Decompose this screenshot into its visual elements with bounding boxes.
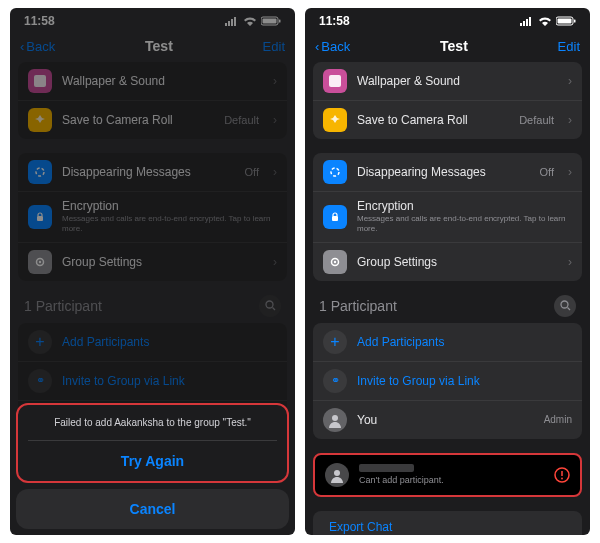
phone-left: 11:58 ‹Back Test Edit Wallpaper & Sound …: [10, 8, 295, 535]
redacted-name: [359, 464, 414, 472]
save-camera-row[interactable]: Save to Camera Roll Default ›: [313, 101, 582, 139]
nav-title: Test: [440, 38, 468, 54]
svg-point-19: [334, 261, 336, 263]
link-icon: ⚭: [323, 369, 347, 393]
alert-message: Failed to add Aakanksha to the group "Te…: [28, 417, 277, 441]
phone-right: 11:58 ‹Back Test Edit Wallpaper & Sound …: [305, 8, 590, 535]
group-settings-row[interactable]: Group Settings ›: [313, 243, 582, 281]
link-icon: ⚭: [28, 369, 52, 393]
wifi-icon: [538, 16, 552, 26]
wifi-icon: [243, 16, 257, 26]
encryption-row[interactable]: Encryption Messages and calls are end-to…: [18, 192, 287, 243]
svg-rect-17: [332, 216, 338, 221]
edit-button[interactable]: Edit: [558, 39, 580, 54]
svg-rect-1: [263, 19, 277, 24]
svg-point-23: [334, 470, 340, 476]
chevron-right-icon: ›: [568, 255, 572, 269]
svg-point-8: [266, 301, 273, 308]
add-participants-row[interactable]: + Add Participants: [313, 323, 582, 362]
chevron-right-icon: ›: [273, 255, 277, 269]
chevron-left-icon: ‹: [315, 39, 319, 54]
try-again-button[interactable]: Try Again: [28, 441, 277, 481]
battery-icon: [556, 16, 576, 26]
participants-header: 1 Participant: [305, 295, 590, 323]
settings-section-2: Disappearing Messages Off › Encryption M…: [313, 153, 582, 281]
signal-icon: [520, 16, 534, 26]
svg-point-22: [332, 415, 338, 421]
status-bar: 11:58: [10, 8, 295, 32]
chevron-right-icon: ›: [273, 74, 277, 88]
wallpaper-row[interactable]: Wallpaper & Sound ›: [18, 62, 287, 101]
wallpaper-icon: [28, 69, 52, 93]
timer-icon: [28, 160, 52, 184]
disappearing-row[interactable]: Disappearing Messages Off ›: [18, 153, 287, 192]
status-icons: [225, 16, 281, 26]
svg-point-16: [331, 168, 339, 176]
invite-link-row[interactable]: ⚭ Invite to Group via Link: [18, 362, 287, 401]
svg-line-21: [567, 308, 570, 311]
chat-actions-section: Export Chat Clear Chat: [313, 511, 582, 535]
search-button[interactable]: [554, 295, 576, 317]
svg-rect-15: [329, 75, 341, 87]
export-chat-row[interactable]: Export Chat: [313, 511, 582, 535]
edit-button[interactable]: Edit: [263, 39, 285, 54]
chevron-right-icon: ›: [568, 113, 572, 127]
avatar: [325, 463, 349, 487]
settings-section-1: Wallpaper & Sound › Save to Camera Roll …: [313, 62, 582, 139]
status-icons: [520, 16, 576, 26]
avatar: [323, 408, 347, 432]
gear-icon: [28, 250, 52, 274]
encryption-row[interactable]: Encryption Messages and calls are end-to…: [313, 192, 582, 243]
svg-rect-13: [558, 19, 572, 24]
camera-roll-icon: [323, 108, 347, 132]
group-settings-row[interactable]: Group Settings ›: [18, 243, 287, 281]
svg-rect-2: [279, 20, 281, 23]
participant-error-row[interactable]: Can't add participant.: [313, 453, 582, 497]
settings-section-1: Wallpaper & Sound › Save to Camera Roll …: [18, 62, 287, 139]
status-bar: 11:58: [305, 8, 590, 32]
svg-point-7: [39, 261, 41, 263]
invite-link-row[interactable]: ⚭ Invite to Group via Link: [313, 362, 582, 401]
back-button[interactable]: ‹Back: [20, 39, 55, 54]
battery-icon: [261, 16, 281, 26]
svg-line-9: [272, 308, 275, 311]
search-icon: [560, 300, 571, 311]
chevron-right-icon: ›: [568, 74, 572, 88]
search-icon: [265, 300, 276, 311]
chevron-right-icon: ›: [273, 113, 277, 127]
chevron-right-icon: ›: [568, 165, 572, 179]
alert-card: Failed to add Aakanksha to the group "Te…: [16, 403, 289, 483]
disappearing-row[interactable]: Disappearing Messages Off ›: [313, 153, 582, 192]
you-row[interactable]: You Admin: [313, 401, 582, 439]
gear-icon: [323, 250, 347, 274]
signal-icon: [225, 16, 239, 26]
chevron-right-icon: ›: [273, 165, 277, 179]
svg-point-26: [561, 477, 563, 479]
svg-rect-14: [574, 20, 576, 23]
cancel-button[interactable]: Cancel: [16, 489, 289, 529]
error-message: Can't add participant.: [359, 475, 544, 485]
navbar: ‹Back Test Edit: [10, 32, 295, 62]
add-participants-row[interactable]: + Add Participants: [18, 323, 287, 362]
search-button[interactable]: [259, 295, 281, 317]
nav-title: Test: [145, 38, 173, 54]
chevron-left-icon: ‹: [20, 39, 24, 54]
time: 11:58: [319, 14, 350, 28]
participants-header: 1 Participant: [10, 295, 295, 323]
error-icon: [554, 467, 570, 483]
settings-section-2: Disappearing Messages Off › Encryption M…: [18, 153, 287, 281]
svg-rect-5: [37, 216, 43, 221]
svg-rect-3: [34, 75, 46, 87]
back-button[interactable]: ‹Back: [315, 39, 350, 54]
action-sheet: Failed to add Aakanksha to the group "Te…: [10, 397, 295, 535]
wallpaper-row[interactable]: Wallpaper & Sound ›: [313, 62, 582, 101]
timer-icon: [323, 160, 347, 184]
time: 11:58: [24, 14, 55, 28]
camera-roll-icon: [28, 108, 52, 132]
svg-point-4: [36, 168, 44, 176]
plus-icon: +: [28, 330, 52, 354]
participants-section: + Add Participants ⚭ Invite to Group via…: [313, 323, 582, 439]
wallpaper-icon: [323, 69, 347, 93]
navbar: ‹Back Test Edit: [305, 32, 590, 62]
save-camera-row[interactable]: Save to Camera Roll Default ›: [18, 101, 287, 139]
